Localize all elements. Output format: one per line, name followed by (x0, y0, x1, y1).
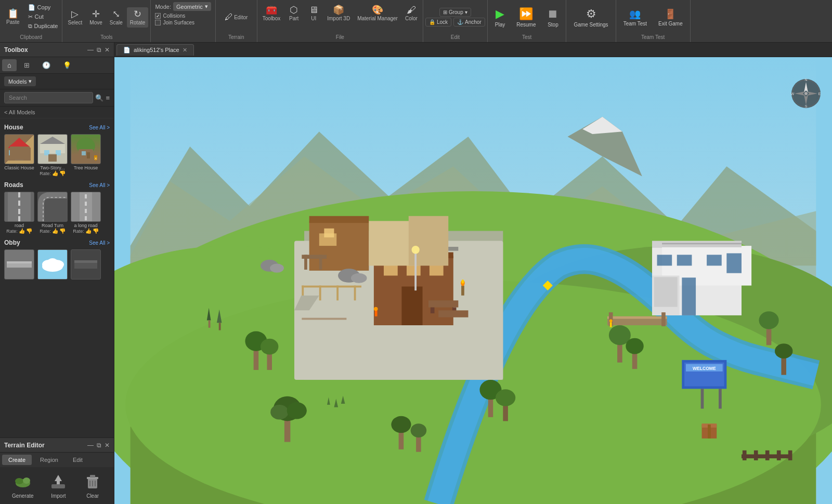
clear-tool[interactable]: Clear (83, 472, 102, 499)
stop-button[interactable]: ⏹ Stop (542, 4, 564, 31)
material-icon: 🎨 (372, 5, 383, 15)
svg-point-123 (626, 338, 643, 354)
collisions-check[interactable]: Collisions (155, 13, 211, 19)
svg-point-119 (496, 389, 515, 406)
svg-point-149 (609, 320, 613, 323)
obby-cloud-item[interactable] (37, 249, 68, 280)
two-story-item[interactable]: Two-Story... Rate: 👍 👎 (37, 134, 68, 176)
terrain-tab-region[interactable]: Region (34, 455, 64, 465)
group-button[interactable]: ⊞ Group ▾ (439, 8, 471, 17)
tab-grid[interactable]: ⊞ (19, 59, 35, 71)
close-icon[interactable]: ✕ (105, 46, 110, 54)
long-road-item[interactable]: a long road Rate: 👍 👎 (71, 192, 101, 234)
exit-game-button[interactable]: 🚪 Exit Game (653, 5, 688, 30)
road-item[interactable]: road Rate: 👍 👎 (4, 192, 34, 234)
svg-rect-21 (18, 201, 20, 206)
house-see-all[interactable]: See All > (89, 125, 110, 130)
terrain-tab-edit[interactable]: Edit (67, 455, 89, 465)
team-test-button[interactable]: 👥 Team Test (618, 5, 652, 30)
search-input[interactable] (4, 92, 93, 103)
join-surfaces-checkbox[interactable] (155, 20, 161, 25)
collisions-checkbox[interactable] (155, 13, 161, 19)
road-turn-item[interactable]: Road Turn Rate: 👍 👎 (37, 192, 68, 234)
join-surfaces-check[interactable]: Join Surfaces (155, 20, 211, 25)
anchor-button[interactable]: ⚓ Anchor (453, 18, 485, 26)
terrain-header-icons: — ⧉ ✕ (87, 442, 110, 449)
filter-icon[interactable]: ≡ (106, 94, 110, 102)
import-tool[interactable]: Import (49, 472, 68, 499)
svg-rect-104 (682, 277, 696, 315)
editor-icon: 🖊 (225, 13, 233, 21)
svg-rect-66 (309, 216, 369, 223)
scale-button[interactable]: ⤡ Scale (107, 7, 126, 28)
ui-button[interactable]: 🖥 UI (304, 3, 323, 23)
classic-house-name: Classic House (4, 165, 34, 170)
cut-button[interactable]: ✂ Cut (26, 12, 60, 21)
tab-info[interactable]: 💡 (58, 59, 76, 71)
svg-text:WELCOME: WELCOME (693, 366, 716, 371)
svg-rect-22 (18, 209, 20, 214)
terrain-minimize-icon[interactable]: — (87, 442, 94, 449)
ui-icon: 🖥 (309, 5, 318, 15)
svg-rect-20 (18, 192, 20, 197)
group-icon: ⊞ (443, 9, 447, 15)
svg-point-37 (47, 258, 58, 267)
terrain-tab-create[interactable]: Create (2, 455, 32, 465)
color-button[interactable]: 🖌 Color (402, 3, 421, 23)
obby-dark-item[interactable] (71, 249, 101, 280)
select-button[interactable]: ▷ Select (65, 7, 86, 28)
svg-rect-155 (743, 450, 747, 460)
svg-rect-140 (701, 389, 704, 408)
paste-button[interactable]: 📋 Paste (2, 7, 24, 27)
tab-home[interactable]: ⌂ (2, 59, 17, 71)
svg-rect-29 (85, 209, 87, 213)
svg-rect-153 (708, 425, 711, 439)
tree-house-item[interactable]: ⚔ Tree House (71, 134, 101, 176)
duplicate-button[interactable]: ⧉ Duplicate (26, 22, 60, 31)
svg-rect-88 (354, 286, 356, 301)
svg-point-125 (759, 311, 778, 329)
svg-point-127 (775, 343, 792, 359)
toolbox-button[interactable]: 🧰 Toolbox (259, 3, 283, 23)
mode-dropdown[interactable]: Geometric ▾ (173, 2, 211, 11)
generate-tool[interactable]: Generate (12, 472, 34, 499)
popout-icon[interactable]: ⧉ (97, 46, 101, 54)
main-area: Toolbox — ⧉ ✕ ⌂ ⊞ 🕐 💡 Models ▾ 🔍 ≡ (0, 43, 832, 504)
play-icon: ▶ (496, 7, 504, 21)
svg-rect-158 (777, 450, 781, 460)
play-button[interactable]: ▶ Play (490, 4, 510, 31)
search-icon[interactable]: 🔍 (95, 94, 103, 102)
minimize-icon[interactable]: — (87, 46, 94, 54)
svg-rect-83 (438, 310, 468, 317)
breadcrumb[interactable]: < All Models (0, 107, 114, 118)
lock-button[interactable]: 🔒 Lock (425, 18, 451, 26)
move-button[interactable]: ✛ Move (86, 7, 105, 28)
viewport-tab[interactable]: 📄 aliking512's Place ✕ (116, 44, 194, 56)
models-dropdown[interactable]: Models ▾ (4, 76, 36, 86)
import3d-button[interactable]: 📦 Import 3D (324, 3, 353, 23)
obby-see-all[interactable]: See All > (89, 240, 110, 246)
material-manager-button[interactable]: 🎨 Material Manager (354, 3, 401, 23)
terrain-popout-icon[interactable]: ⧉ (97, 442, 101, 449)
copy-button[interactable]: 📄 Copy (26, 3, 60, 12)
toolbar: 📋 Paste 📄 Copy ✂ Cut ⧉ Duplicate (0, 0, 832, 43)
classic-house-item[interactable]: Classic House (4, 134, 34, 176)
move-icon: ✛ (92, 9, 100, 19)
tools-label: Tools (64, 32, 148, 40)
rotate-button[interactable]: ↻ Rotate (127, 7, 148, 28)
tab-close-button[interactable]: ✕ (183, 47, 187, 54)
editor-button[interactable]: 🖊 Editor (222, 11, 251, 23)
chevron-group-icon: ▾ (465, 9, 467, 15)
tab-recent[interactable]: 🕐 (37, 59, 56, 71)
resume-button[interactable]: ⏩ Resume (511, 4, 541, 31)
part-button[interactable]: ⬡ Part (284, 3, 303, 23)
roads-see-all[interactable]: See All > (89, 182, 110, 188)
svg-point-115 (287, 402, 307, 419)
left-panel: Toolbox — ⧉ ✕ ⌂ ⊞ 🕐 💡 Models ▾ 🔍 ≡ (0, 43, 114, 504)
game-settings-button[interactable]: ⚙ Game Settings (568, 4, 613, 31)
obby-flat-item[interactable] (4, 249, 34, 280)
file-label: File (259, 32, 421, 40)
svg-rect-150 (448, 247, 458, 251)
terrain-close-icon[interactable]: ✕ (105, 442, 110, 449)
copy-icon: 📄 (28, 4, 35, 11)
